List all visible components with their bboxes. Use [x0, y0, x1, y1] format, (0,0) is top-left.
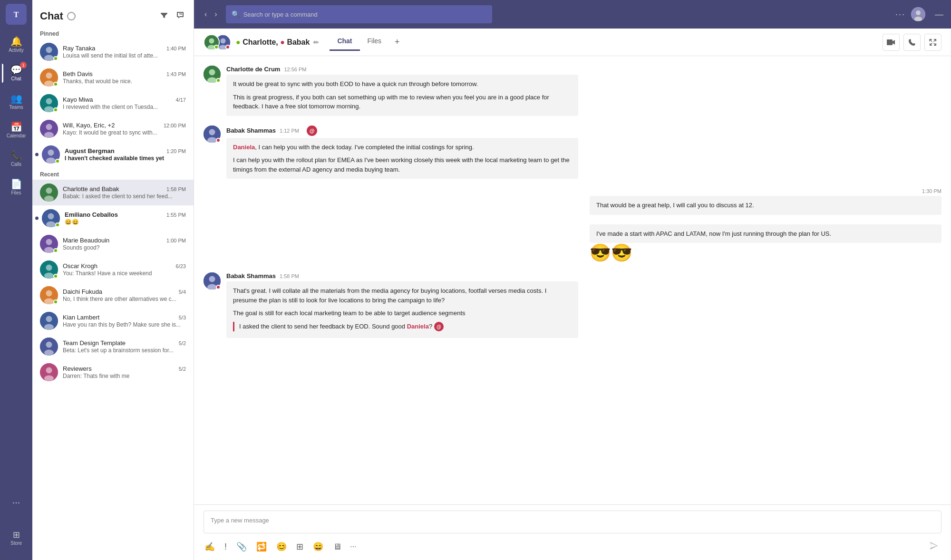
svg-point-18: [46, 188, 52, 194]
chat-item-preview: Thanks, that would be nice.: [63, 78, 186, 85]
gif-button[interactable]: ⊞: [295, 541, 304, 553]
chat-item[interactable]: Daichi Fukuda 5/4 No, I think there are …: [32, 282, 194, 308]
avatar: [40, 183, 58, 202]
tab-files[interactable]: Files: [360, 33, 389, 51]
avatar-wrap: [40, 43, 58, 61]
search-bar[interactable]: 🔍 Search or type a command: [226, 5, 492, 23]
topbar-left: ‹ › 🔍 Search or type a command: [202, 5, 492, 23]
chat-item-time: 6/23: [176, 263, 186, 269]
nav-calendar[interactable]: 📅 Calendar: [2, 116, 30, 145]
nav-activity[interactable]: 🔔 Activity: [2, 30, 30, 59]
nav-files-label: Files: [11, 190, 21, 195]
svg-point-7: [44, 81, 54, 87]
avatar-wrap: [40, 338, 58, 356]
avatar-wrap: [40, 286, 58, 304]
svg-point-16: [46, 158, 56, 164]
chat-list-title: Chat: [40, 10, 76, 22]
format-button[interactable]: ✍: [204, 541, 216, 553]
chat-item-name: Oscar Krogh: [63, 262, 97, 270]
avatar: [40, 120, 58, 138]
screenshare-button[interactable]: 🖥: [332, 541, 342, 553]
chat-item-time: 5/2: [179, 340, 186, 346]
message-header: Babak Shammas 1:12 PM @: [226, 126, 578, 136]
svg-point-54: [209, 129, 215, 135]
chat-item-name: Daichi Fukuda: [63, 288, 102, 295]
nav-more[interactable]: ···: [2, 488, 30, 516]
chat-header-title: ● Charlotte, ● Babak: [236, 38, 310, 47]
send-button[interactable]: [926, 539, 941, 554]
avatar-wrap: [40, 183, 58, 202]
chat-list-panel: Chat Pinned: [32, 0, 194, 560]
chat-item[interactable]: Team Design Template 5/2 Beta: Let's set…: [32, 334, 194, 359]
urgent-button[interactable]: !: [223, 541, 228, 553]
expand-button[interactable]: [924, 34, 941, 51]
loop-button[interactable]: 🔁: [255, 541, 268, 553]
chat-item-preview: Kayo: It would be great to sync with...: [63, 129, 186, 136]
nav-calls[interactable]: 📞 Calls: [2, 145, 30, 173]
attach-button[interactable]: 📎: [235, 541, 248, 553]
nav-teams-label: Teams: [9, 105, 23, 110]
message-input[interactable]: Type a new message: [204, 511, 941, 533]
chat-item-time: 4/17: [176, 97, 186, 103]
tab-chat[interactable]: Chat: [330, 33, 359, 51]
chat-item[interactable]: Ray Tanaka 1:40 PM Louisa will send the …: [32, 39, 194, 65]
chat-item-preview: I reviewed with the client on Tuesda...: [63, 104, 186, 110]
chat-item[interactable]: August Bergman 1:20 PM I haven't checked…: [32, 142, 194, 167]
chat-item[interactable]: Beth Davis 1:43 PM Thanks, that would be…: [32, 65, 194, 90]
chat-item-content: Reviewers 5/2 Darren: Thats fine with me: [63, 365, 186, 379]
chat-item[interactable]: Reviewers 5/2 Darren: Thats fine with me: [32, 359, 194, 385]
nav-store[interactable]: ⊞ Store: [2, 524, 30, 552]
filter-button[interactable]: [158, 10, 170, 23]
chat-item[interactable]: Marie Beaudouin 1:00 PM Sounds good?: [32, 231, 194, 257]
recent-section-label: Recent: [32, 167, 194, 180]
chat-item-preview: Louisa will send the initial list of att…: [63, 52, 186, 59]
forward-button[interactable]: ›: [212, 8, 220, 20]
sticker-button[interactable]: 😄: [312, 541, 324, 553]
chat-item-time: 5/3: [179, 315, 186, 320]
message-time: 12:56 PM: [284, 67, 306, 72]
chat-item[interactable]: Charlotte and Babak 1:58 PM Babak: I ask…: [32, 180, 194, 205]
chat-item[interactable]: Will, Kayo, Eric, +2 12:00 PM Kayo: It w…: [32, 116, 194, 142]
more-actions-button[interactable]: ···: [350, 542, 356, 551]
svg-point-40: [44, 376, 54, 382]
chat-item-time: 12:00 PM: [164, 123, 186, 128]
chat-item[interactable]: Kayo Miwa 4/17 I reviewed with the clien…: [32, 90, 194, 116]
svg-point-39: [46, 367, 52, 374]
message-bubble: Daniela, I can help you with the deck to…: [226, 138, 578, 179]
store-icon: ⊞: [13, 531, 20, 539]
topbar-more-button[interactable]: ···: [895, 10, 905, 19]
chat-item[interactable]: Emiliano Ceballos 1:55 PM 😄😄: [32, 205, 194, 231]
nav-chat[interactable]: 💬 Chat 1: [2, 59, 30, 87]
chat-item-content: Oscar Krogh 6/23 You: Thanks! Have a nic…: [63, 262, 186, 277]
nav-teams[interactable]: 👥 Teams: [2, 87, 30, 116]
chat-item-time: 1:43 PM: [166, 71, 186, 77]
video-call-button[interactable]: [883, 34, 900, 51]
participant1-avatar: [204, 34, 220, 50]
chat-header-right: [883, 34, 941, 51]
chat-item[interactable]: Oscar Krogh 6/23 You: Thanks! Have a nic…: [32, 257, 194, 282]
nav-calls-label: Calls: [11, 162, 21, 167]
user-avatar-topbar[interactable]: [911, 7, 925, 21]
chat-item-content: Marie Beaudouin 1:00 PM Sounds good?: [63, 237, 186, 251]
chat-item-name: Marie Beaudouin: [63, 237, 109, 244]
avatar-wrap: [40, 120, 58, 138]
message-input-area: Type a new message ✍ ! 📎 🔁 😊 ⊞ 😄 🖥 ···: [194, 504, 951, 560]
chat-item-preview: No, I think there are other alternatives…: [63, 296, 186, 302]
tab-add-button[interactable]: +: [389, 33, 406, 51]
chat-item-name: Beth Davis: [63, 70, 93, 77]
nav-files[interactable]: 📄 Files: [2, 173, 30, 202]
message-group: Charlotte de Crum 12:56 PM It would be g…: [204, 66, 941, 116]
back-button[interactable]: ‹: [202, 8, 210, 20]
recent-chat-list: Charlotte and Babak 1:58 PM Babak: I ask…: [32, 180, 194, 385]
avatar-wrap: [40, 363, 58, 381]
message-sender: Charlotte de Crum: [226, 66, 280, 73]
emoji-button[interactable]: 😊: [275, 541, 288, 553]
minimize-button[interactable]: —: [935, 10, 943, 19]
svg-point-57: [209, 276, 215, 282]
chat-item[interactable]: Kian Lambert 5/3 Have you ran this by Be…: [32, 308, 194, 334]
app-logo[interactable]: T: [6, 4, 27, 25]
edit-participants-button[interactable]: ✏: [313, 39, 319, 46]
new-chat-button[interactable]: [175, 10, 186, 23]
phone-call-button[interactable]: [903, 34, 921, 51]
message-time: 1:58 PM: [280, 273, 299, 279]
